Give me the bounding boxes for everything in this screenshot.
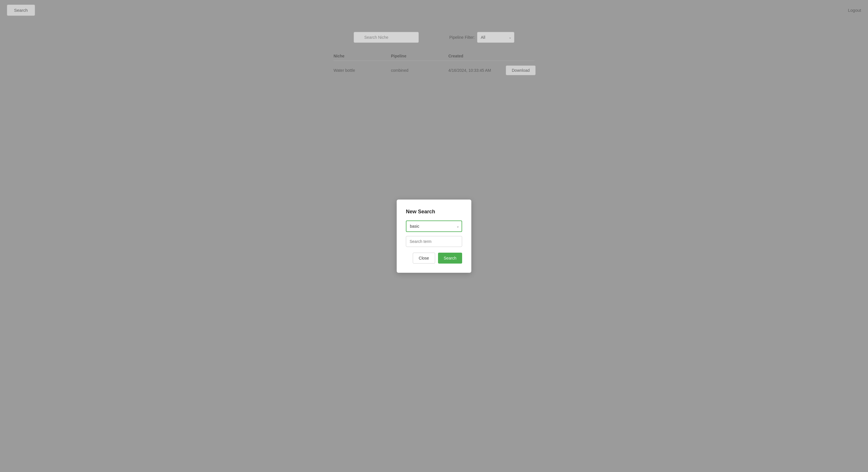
modal-type-select[interactable]: basic combined advanced <box>406 220 462 232</box>
modal-overlay: New Search basic combined advanced ⌄ Clo… <box>0 0 868 472</box>
new-search-modal: New Search basic combined advanced ⌄ Clo… <box>397 200 471 273</box>
modal-type-select-wrapper: basic combined advanced ⌄ <box>406 220 462 232</box>
modal-title: New Search <box>406 209 462 215</box>
modal-search-term-input[interactable] <box>406 236 462 247</box>
modal-close-button[interactable]: Close <box>413 253 435 264</box>
modal-buttons: Close Search <box>406 253 462 264</box>
modal-search-button[interactable]: Search <box>438 253 462 264</box>
